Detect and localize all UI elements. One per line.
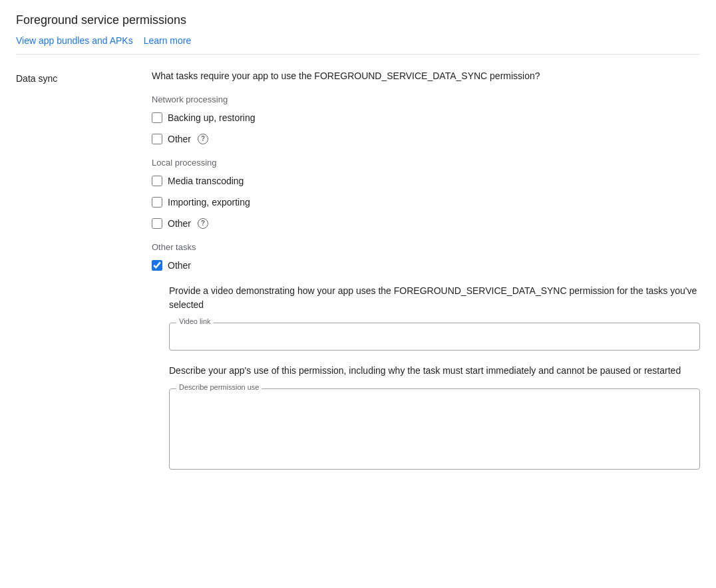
- other-local-help-icon: ?: [198, 218, 208, 229]
- local-processing-label: Local processing: [152, 158, 700, 168]
- other-local-checkbox[interactable]: [152, 218, 162, 229]
- media-transcoding-text: Media transcoding: [168, 176, 244, 186]
- page-title: Foreground service permissions: [16, 13, 700, 27]
- backing-up-text: Backing up, restoring: [168, 112, 256, 123]
- video-link-field-wrapper: Video link: [169, 323, 700, 351]
- describe-section: Describe your app's use of this permissi…: [169, 364, 700, 470]
- other-tasks-other-checkbox[interactable]: [152, 260, 162, 271]
- media-transcoding-label[interactable]: Media transcoding: [152, 176, 244, 186]
- video-link-input[interactable]: [170, 323, 699, 350]
- backing-up-checkbox[interactable]: [152, 112, 162, 123]
- backing-up-label[interactable]: Backing up, restoring: [152, 112, 256, 123]
- data-sync-label: Data sync: [16, 71, 136, 470]
- importing-exporting-checkbox[interactable]: [152, 197, 162, 208]
- other-tasks-label: Other tasks: [152, 242, 700, 252]
- media-transcoding-checkbox[interactable]: [152, 176, 162, 186]
- content-row: Data sync What tasks require your app to…: [16, 71, 700, 470]
- local-processing-section: Local processing Media transcoding Impor…: [152, 158, 700, 229]
- list-item: Other ?: [152, 218, 700, 229]
- main-content: What tasks require your app to use the F…: [152, 71, 700, 470]
- network-processing-section: Network processing Backing up, restoring…: [152, 94, 700, 144]
- other-tasks-other-text: Other: [168, 260, 191, 271]
- list-item: Importing, exporting: [152, 197, 700, 208]
- top-links: View app bundles and APKs Learn more: [16, 35, 700, 55]
- other-network-label[interactable]: Other: [152, 134, 191, 144]
- other-local-text: Other: [168, 218, 191, 229]
- local-processing-checkboxes: Media transcoding Importing, exporting O…: [152, 176, 700, 229]
- list-item: Other ?: [152, 134, 700, 144]
- network-processing-label: Network processing: [152, 94, 700, 104]
- list-item: Backing up, restoring: [152, 112, 700, 123]
- describe-description: Describe your app's use of this permissi…: [169, 364, 700, 378]
- other-tasks-other-label[interactable]: Other: [152, 260, 191, 271]
- network-processing-checkboxes: Backing up, restoring Other ?: [152, 112, 700, 144]
- describe-field-wrapper: Describe permission use: [169, 388, 700, 470]
- video-link-container: Video link: [169, 323, 700, 351]
- question-text: What tasks require your app to use the F…: [152, 71, 700, 81]
- importing-exporting-text: Importing, exporting: [168, 197, 250, 208]
- list-item: Media transcoding: [152, 176, 700, 186]
- other-network-text: Other: [168, 134, 191, 144]
- view-bundles-link[interactable]: View app bundles and APKs: [16, 35, 133, 46]
- video-description: Provide a video demonstrating how your a…: [169, 284, 700, 312]
- video-link-legend: Video link: [176, 318, 214, 325]
- importing-exporting-label[interactable]: Importing, exporting: [152, 197, 250, 208]
- other-tasks-section: Other tasks Other: [152, 242, 700, 271]
- other-network-help-icon: ?: [198, 134, 208, 144]
- learn-more-link[interactable]: Learn more: [144, 35, 192, 46]
- other-local-label[interactable]: Other: [152, 218, 191, 229]
- other-network-checkbox[interactable]: [152, 134, 162, 144]
- describe-legend: Describe permission use: [176, 384, 262, 391]
- describe-textarea[interactable]: [170, 389, 699, 469]
- list-item: Other: [152, 260, 700, 271]
